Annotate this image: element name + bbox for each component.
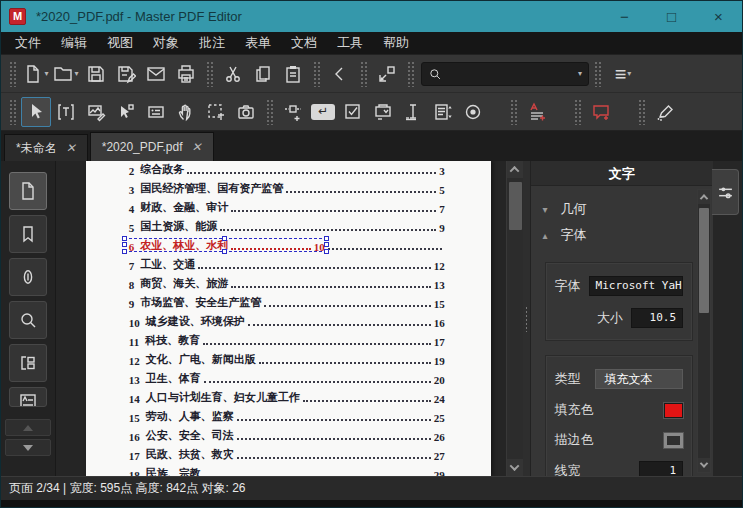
- hand-tool-button[interactable]: [171, 97, 201, 127]
- cut-button[interactable]: [218, 59, 248, 89]
- toolbar-grip[interactable]: [313, 61, 320, 87]
- toc-row-selected[interactable]: 6农业、林业、水利10: [129, 234, 445, 253]
- tab-2020-pdf[interactable]: *2020_PDF.pdf ✕: [90, 132, 214, 161]
- toc-row[interactable]: 18民族、宗教29: [129, 462, 445, 476]
- panel-scrollbar[interactable]: [697, 189, 711, 473]
- selected-text-object[interactable]: 6农业、林业、水利10: [129, 238, 325, 253]
- toolbar-grip[interactable]: [510, 99, 517, 125]
- select-text-tool-button[interactable]: [201, 97, 231, 127]
- edit-forms-tool-button[interactable]: [141, 97, 171, 127]
- section-font[interactable]: ▴ 字体: [539, 222, 696, 248]
- linewidth-field[interactable]: 1: [639, 461, 683, 476]
- select-tool-button[interactable]: [21, 97, 51, 127]
- document-viewport[interactable]: 2综合政务3 3国民经济管理、国有资产监管5 4财政、金融、审计7 5国土资源、…: [56, 161, 523, 476]
- toolbar-grip[interactable]: [206, 61, 213, 87]
- toolbar-grip[interactable]: [407, 61, 414, 87]
- edit-path-tool-button[interactable]: [111, 97, 141, 127]
- toc-row[interactable]: 14人口与计划生育、妇女儿童工作24: [129, 386, 445, 405]
- toolbar-grip[interactable]: [9, 99, 16, 125]
- paste-button[interactable]: [278, 59, 308, 89]
- enter-key-tool-button[interactable]: ↵: [308, 97, 338, 127]
- more-options-button[interactable]: ≡ ▾: [608, 59, 638, 89]
- toolbar-grip[interactable]: [574, 99, 581, 125]
- fill-color-swatch[interactable]: [664, 403, 683, 418]
- scrollbar-thumb[interactable]: [509, 182, 522, 230]
- print-button[interactable]: [171, 59, 201, 89]
- pdf-page[interactable]: 2综合政务3 3国民经济管理、国有资产监管5 4财政、金融、审计7 5国土资源、…: [86, 161, 491, 476]
- toc-row[interactable]: 3国民经济管理、国有资产监管5: [129, 177, 445, 196]
- document-scrollbar[interactable]: [506, 161, 523, 476]
- toolbar-grip[interactable]: [266, 99, 273, 125]
- new-document-button[interactable]: ▾: [21, 59, 51, 89]
- toc-row[interactable]: 2综合政务3: [129, 161, 445, 177]
- toc-row[interactable]: 10城乡建设、环境保护16: [129, 310, 445, 329]
- scroll-down-button[interactable]: [507, 459, 523, 476]
- toolbar-grip[interactable]: [9, 61, 16, 87]
- back-button[interactable]: [325, 59, 355, 89]
- toc-row[interactable]: 17民政、扶贫、救灾27: [129, 443, 445, 462]
- scrollbar-thumb[interactable]: [699, 208, 709, 313]
- font-value-field[interactable]: Microsoft YaHei: [589, 276, 684, 296]
- chevron-down-icon[interactable]: ▾: [578, 69, 582, 78]
- tab-close-icon[interactable]: ✕: [191, 140, 201, 154]
- scroll-up-button[interactable]: [698, 190, 710, 204]
- menu-help[interactable]: 帮助: [373, 32, 419, 54]
- edit-image-tool-button[interactable]: [81, 97, 111, 127]
- add-comment-button[interactable]: [586, 97, 616, 127]
- sidebar-scroll-up-button[interactable]: [5, 419, 51, 436]
- search-box[interactable]: ▾: [421, 62, 589, 86]
- toc-row[interactable]: 13卫生、体育20: [129, 367, 445, 386]
- menu-view[interactable]: 视图: [97, 32, 143, 54]
- menu-edit[interactable]: 编辑: [51, 32, 97, 54]
- menu-document[interactable]: 文档: [281, 32, 327, 54]
- sidebar-pages-button[interactable]: [9, 172, 47, 210]
- section-geometry[interactable]: ▾ 几何: [539, 196, 696, 222]
- open-document-button[interactable]: ▾: [51, 59, 81, 89]
- save-button[interactable]: [81, 59, 111, 89]
- size-value-field[interactable]: 10.5: [631, 308, 683, 328]
- menu-annotation[interactable]: 批注: [189, 32, 235, 54]
- tab-close-icon[interactable]: ✕: [66, 141, 76, 155]
- close-button[interactable]: ×: [695, 1, 742, 32]
- selection-handle[interactable]: [122, 249, 127, 254]
- checkbox-tool-button[interactable]: [338, 97, 368, 127]
- add-link-button[interactable]: [278, 97, 308, 127]
- sidebar-search-button[interactable]: [9, 301, 47, 339]
- menu-file[interactable]: 文件: [5, 32, 51, 54]
- toc-row[interactable]: 11科技、教育17: [129, 329, 445, 348]
- sidebar-attachments-button[interactable]: [9, 258, 47, 296]
- toc-row[interactable]: 16公安、安全、司法26: [129, 424, 445, 443]
- scroll-down-button[interactable]: [698, 458, 710, 472]
- sidebar-bookmarks-button[interactable]: [9, 215, 47, 253]
- sidebar-scroll-down-button[interactable]: [5, 439, 51, 456]
- scroll-up-button[interactable]: [507, 161, 523, 178]
- minimize-button[interactable]: −: [601, 1, 648, 32]
- toc-row[interactable]: 12文化、广电、新闻出版19: [129, 348, 445, 367]
- edit-text-tool-button[interactable]: [51, 97, 81, 127]
- maximize-button[interactable]: □: [648, 1, 695, 32]
- text-field-tool-button[interactable]: [398, 97, 428, 127]
- toc-row[interactable]: 9市场监管、安全生产监管15: [129, 291, 445, 310]
- copy-button[interactable]: [248, 59, 278, 89]
- properties-tab-button[interactable]: [712, 169, 739, 215]
- fit-page-button[interactable]: [372, 59, 402, 89]
- toc-row[interactable]: 8商贸、海关、旅游13: [129, 272, 445, 291]
- combobox-tool-button[interactable]: [368, 97, 398, 127]
- stroke-color-swatch[interactable]: [664, 433, 683, 448]
- toc-row[interactable]: 5国土资源、能源9: [129, 215, 445, 234]
- selection-handle[interactable]: [122, 242, 127, 247]
- toc-row[interactable]: 15劳动、人事、监察25: [129, 405, 445, 424]
- radio-button-tool-button[interactable]: [458, 97, 488, 127]
- tab-untitled[interactable]: *未命名 ✕: [4, 134, 88, 161]
- search-input[interactable]: [442, 67, 577, 81]
- toolbar-grip[interactable]: [360, 61, 367, 87]
- add-text-annotation-button[interactable]: [522, 97, 552, 127]
- type-dropdown[interactable]: 填充文本: [595, 369, 684, 389]
- save-as-button[interactable]: [111, 59, 141, 89]
- menu-tools[interactable]: 工具: [327, 32, 373, 54]
- email-button[interactable]: [141, 59, 171, 89]
- sidebar-signatures-button[interactable]: [9, 387, 47, 407]
- menu-form[interactable]: 表单: [235, 32, 281, 54]
- panel-splitter[interactable]: [523, 161, 530, 476]
- menu-object[interactable]: 对象: [143, 32, 189, 54]
